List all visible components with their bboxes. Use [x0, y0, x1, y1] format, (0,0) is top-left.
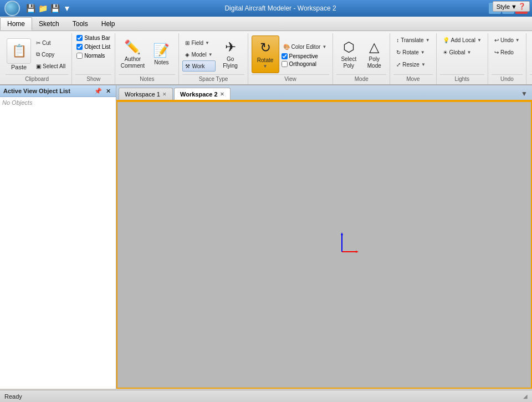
- menu-home[interactable]: Home: [0, 17, 32, 30]
- redo-label: Redo: [500, 49, 514, 55]
- rotate-dropdown-arrow: ▼: [263, 64, 268, 69]
- poly-mode-icon: △: [369, 39, 379, 55]
- side-panel-close[interactable]: ✕: [104, 87, 112, 95]
- style-help-icon: ❓: [518, 3, 526, 10]
- work-button[interactable]: ⚒ Work: [182, 60, 215, 72]
- side-panel-title: Active View Object List: [3, 88, 70, 94]
- model-label: Model: [191, 52, 206, 58]
- ribbon-group-show: Status Bar Object List Normals Show: [72, 33, 115, 84]
- color-editor-button[interactable]: 🎨 Color Editor ▼: [280, 41, 330, 52]
- style-button[interactable]: Style ▼ ❓: [493, 1, 530, 12]
- translate-button[interactable]: ↕ Translate ▼: [393, 34, 432, 45]
- normals-check[interactable]: Normals: [75, 52, 106, 59]
- move-label: Move: [393, 74, 432, 83]
- lights-content: 💡 Add Local ▼ ☀ Global ▼: [440, 34, 484, 74]
- cut-button[interactable]: ✂ Cut: [33, 37, 68, 48]
- title-left: 💾 📁 💾 ▼: [4, 1, 72, 16]
- copy-button[interactable]: ⧉ Copy: [33, 49, 68, 60]
- orthogonal-label: Orthogonal: [289, 61, 316, 67]
- model-button[interactable]: ◈ Model ▼: [182, 49, 215, 60]
- author-comment-button[interactable]: ✏️ AuthorComment: [119, 35, 146, 73]
- object-list-label: Object List: [84, 44, 110, 50]
- add-local-arrow: ▼: [477, 38, 482, 43]
- show-content: Status Bar Object List Normals: [75, 34, 111, 74]
- perspective-check[interactable]: Perspective: [280, 53, 330, 60]
- poly-mode-button[interactable]: △ PolyMode: [362, 35, 386, 73]
- side-panel-controls: 📌 ✕: [94, 87, 112, 95]
- ribbon-group-spacetype: ⊞ Field ▼ ◈ Model ▼ ⚒ Work ✈ GoFlying S: [179, 33, 248, 84]
- notes-button[interactable]: 📝 Notes: [147, 35, 175, 73]
- undo-button[interactable]: ↩ Undo ▼: [492, 34, 523, 45]
- qa-save[interactable]: 💾: [25, 3, 35, 13]
- model-icon: ◈: [185, 52, 190, 58]
- orthogonal-checkbox[interactable]: [282, 61, 288, 67]
- style-icon: ▼: [511, 3, 517, 10]
- go-flying-button[interactable]: ✈ GoFlying: [217, 35, 244, 73]
- view-label: View: [252, 74, 330, 83]
- tab-workspace2[interactable]: Workspace 2 ✕: [174, 88, 231, 100]
- global-arrow: ▼: [467, 50, 471, 55]
- ribbon-group-lights: 💡 Add Local ▼ ☀ Global ▼ Lights: [437, 33, 488, 84]
- rotate-button[interactable]: ↻ Rotate ▼: [252, 35, 279, 73]
- paste-icon: 📋: [7, 38, 31, 64]
- rotate-move-button[interactable]: ↻ Rotate ▼: [393, 47, 427, 58]
- tab-workspace1-close[interactable]: ✕: [162, 91, 167, 97]
- window-title: Digital Aircraft Modeler - Workspace 2: [72, 4, 489, 12]
- menu-help[interactable]: Help: [95, 18, 122, 30]
- object-list-check[interactable]: Object List: [75, 43, 111, 50]
- lights-label: Lights: [440, 74, 484, 83]
- undo-label: Undo: [500, 37, 514, 43]
- tabs-scroll-arrow[interactable]: ▼: [519, 88, 530, 100]
- menu-sketch[interactable]: Sketch: [32, 18, 66, 30]
- status-bar: Ready ◢: [0, 390, 532, 402]
- tab-workspace2-close[interactable]: ✕: [220, 91, 224, 97]
- resize-label: Resize: [402, 62, 420, 68]
- redo-button[interactable]: ↪ Redo: [492, 47, 516, 58]
- resize-button[interactable]: ⤢ Resize ▼: [393, 59, 428, 70]
- status-bar-check[interactable]: Status Bar: [75, 34, 111, 42]
- translate-icon: ↕: [396, 37, 399, 43]
- select-poly-label: SelectPoly: [341, 56, 356, 69]
- copy-label: Copy: [42, 52, 54, 58]
- resize-arrow: ▼: [421, 62, 426, 67]
- canvas-area[interactable]: [116, 101, 532, 389]
- add-local-icon: 💡: [443, 37, 449, 43]
- author-comment-icon: ✏️: [124, 39, 141, 55]
- windows-button[interactable]: ⊞ Windows: [530, 35, 532, 73]
- qa-folder[interactable]: 📁: [38, 3, 48, 13]
- add-local-label: Add Local: [451, 37, 475, 43]
- tab-workspace1[interactable]: Workspace 1 ✕: [119, 88, 173, 100]
- global-label: Global: [449, 49, 466, 55]
- paste-button[interactable]: 📋 Paste: [6, 38, 32, 70]
- go-flying-label: GoFlying: [223, 56, 238, 69]
- perspective-checkbox[interactable]: [282, 53, 288, 59]
- ribbon-group-mode: ⬡ SelectPoly △ PolyMode Mode: [333, 33, 390, 84]
- style-label: Style: [497, 3, 510, 10]
- normals-checkbox[interactable]: [76, 53, 83, 59]
- status-bar-label: Status Bar: [84, 35, 110, 41]
- select-poly-button[interactable]: ⬡ SelectPoly: [336, 35, 361, 73]
- object-list-checkbox[interactable]: [76, 44, 83, 50]
- global-button[interactable]: ☀ Global ▼: [440, 47, 474, 58]
- main-area: Active View Object List 📌 ✕ No Objects W…: [0, 85, 532, 389]
- orthogonal-check[interactable]: Orthogonal: [280, 60, 330, 68]
- translate-label: Translate: [401, 37, 423, 43]
- translate-arrow: ▼: [426, 38, 430, 43]
- qa-dropdown[interactable]: ▼: [62, 3, 72, 13]
- app-icon: [4, 1, 20, 16]
- status-bar-checkbox[interactable]: [76, 35, 83, 41]
- copy-icon: ⧉: [36, 51, 40, 58]
- rotate-label: Rotate: [257, 57, 273, 64]
- ribbon-group-notes: ✏️ AuthorComment 📝 Notes Notes: [115, 33, 179, 84]
- ribbon-group-window: ⊞ Windows Window: [526, 33, 532, 84]
- side-panel-pin[interactable]: 📌: [94, 87, 103, 95]
- menu-tools[interactable]: Tools: [66, 18, 95, 30]
- undo-label: Undo: [492, 74, 523, 83]
- qa-save2[interactable]: 💾: [50, 3, 60, 13]
- status-text: Ready: [4, 393, 22, 400]
- select-all-button[interactable]: ▣ Select All: [33, 60, 68, 72]
- clipboard-label: Clipboard: [6, 74, 68, 83]
- field-button[interactable]: ⊞ Field ▼: [182, 37, 215, 48]
- add-local-button[interactable]: 💡 Add Local ▼: [440, 34, 484, 45]
- tab-workspace2-label: Workspace 2: [180, 91, 218, 98]
